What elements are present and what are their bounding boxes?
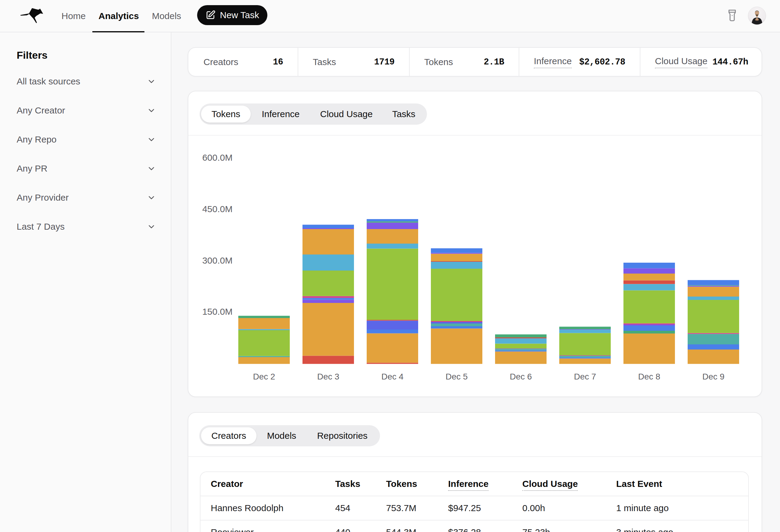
svg-text:Dec 4: Dec 4 [381,372,403,381]
svg-text:Dec 7: Dec 7 [574,372,596,381]
svg-text:150.0M: 150.0M [202,307,233,317]
svg-text:600.0M: 600.0M [202,153,233,162]
svg-text:Dec 5: Dec 5 [445,372,468,381]
svg-text:300.0M: 300.0M [202,255,233,265]
svg-text:Dec 8: Dec 8 [638,372,660,381]
svg-text:Dec 9: Dec 9 [702,372,724,381]
svg-text:Dec 2: Dec 2 [253,372,275,381]
svg-text:Dec 3: Dec 3 [317,372,339,381]
svg-text:450.0M: 450.0M [202,204,233,214]
svg-text:Dec 6: Dec 6 [509,372,532,381]
